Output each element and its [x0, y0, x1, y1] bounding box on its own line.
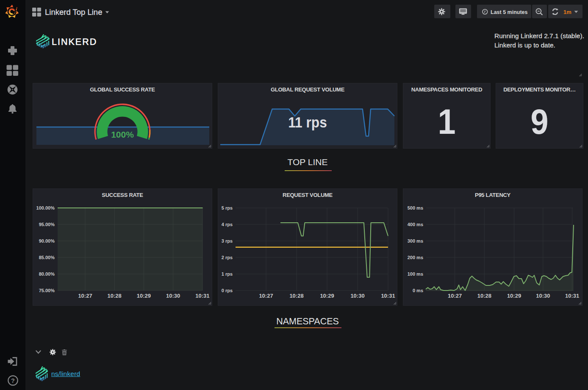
- svg-text:10:29: 10:29: [137, 293, 151, 299]
- svg-text:10:27: 10:27: [448, 293, 462, 299]
- svg-text:10:30: 10:30: [350, 293, 364, 299]
- svg-text:5 rps: 5 rps: [222, 205, 233, 210]
- svg-text:11 rps: 11 rps: [288, 114, 327, 131]
- svg-text:90.00%: 90.00%: [39, 238, 55, 243]
- svg-text:10:27: 10:27: [78, 293, 92, 299]
- svg-text:?: ?: [11, 377, 15, 384]
- svg-text:300 ms: 300 ms: [408, 238, 423, 243]
- svg-text:80.00%: 80.00%: [39, 271, 55, 277]
- svg-text:10:28: 10:28: [289, 293, 303, 299]
- svg-text:4 rps: 4 rps: [222, 222, 233, 227]
- svg-text:100 ms: 100 ms: [408, 271, 423, 277]
- svg-text:100%: 100%: [111, 130, 134, 139]
- svg-text:75.00%: 75.00%: [39, 288, 55, 293]
- svg-text:400 ms: 400 ms: [408, 222, 423, 227]
- svg-text:10:28: 10:28: [108, 293, 122, 299]
- svg-text:500 ms: 500 ms: [408, 205, 423, 210]
- svg-text:10:31: 10:31: [195, 293, 209, 299]
- svg-text:200 ms: 200 ms: [408, 255, 423, 260]
- svg-text:0 ms: 0 ms: [413, 288, 423, 293]
- svg-text:100.00%: 100.00%: [36, 205, 55, 210]
- svg-text:10:29: 10:29: [320, 293, 334, 299]
- svg-text:10:31: 10:31: [381, 293, 395, 299]
- svg-text:85.00%: 85.00%: [39, 255, 55, 260]
- svg-text:95.00%: 95.00%: [39, 222, 55, 227]
- svg-text:0 rps: 0 rps: [222, 288, 233, 293]
- svg-text:10:30: 10:30: [166, 293, 180, 299]
- svg-text:10:27: 10:27: [259, 293, 273, 299]
- svg-text:3 rps: 3 rps: [222, 238, 233, 243]
- svg-text:10:28: 10:28: [477, 293, 491, 299]
- svg-text:10:31: 10:31: [565, 293, 579, 299]
- svg-text:2 rps: 2 rps: [222, 255, 233, 260]
- svg-text:10:29: 10:29: [507, 293, 521, 299]
- svg-text:10:30: 10:30: [536, 293, 550, 299]
- svg-text:1 rps: 1 rps: [222, 271, 233, 277]
